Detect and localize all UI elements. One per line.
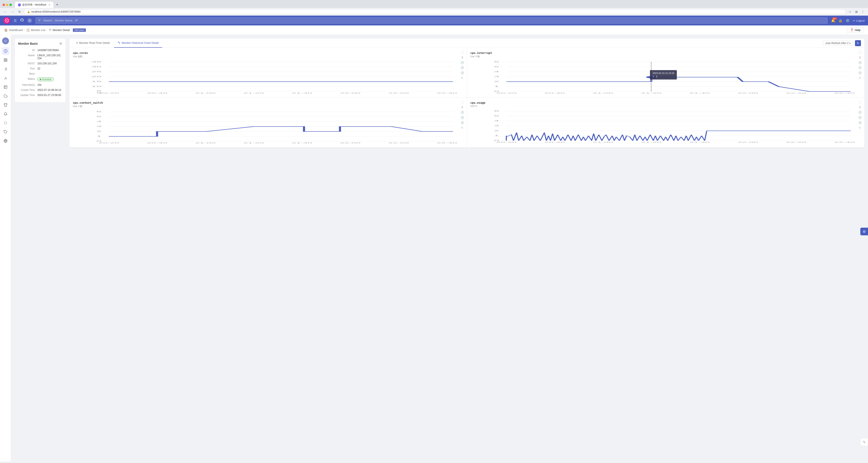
- svg-text:22:20: 22:20: [786, 92, 806, 94]
- sidebar-item-globe[interactable]: [2, 137, 9, 145]
- logout-button[interactable]: ↩ Logout: [853, 19, 865, 22]
- svg-text:3: 3: [494, 125, 499, 127]
- browser-toolbar: ← → ↻ 🔒 localhost:4200/monitors/14309971…: [0, 8, 868, 16]
- svg-text:20:20: 20:20: [496, 92, 517, 94]
- info-row-intervals: Intervals(s) 10s: [18, 83, 62, 86]
- fullscreen4-icon[interactable]: ⛶: [858, 100, 862, 104]
- svg-text:2: 2: [97, 130, 102, 132]
- cpu-interrupt-title: cpu.interrupt: [470, 51, 861, 55]
- sidebar-item-monitor[interactable]: [2, 47, 9, 55]
- settings-nav-icon[interactable]: ⚙️: [845, 19, 850, 23]
- back-button[interactable]: ←: [3, 9, 8, 14]
- nav-right: 🔔 99+ 🔒 ⚙️ ↩ Logout: [831, 19, 865, 23]
- download3-icon[interactable]: ⬇: [460, 106, 464, 109]
- sidebar-item-dashboard[interactable]: [2, 56, 9, 64]
- charts-tabs: ≡ Monitor Real-Time Detail Monitor Histo…: [69, 38, 865, 48]
- search-bar[interactable]: 🔍 Search：Monitor Name、IP: [35, 17, 828, 24]
- menu-icon[interactable]: ⋮: [860, 9, 865, 14]
- user-avatar[interactable]: U: [2, 37, 9, 44]
- status-dot: [40, 79, 41, 80]
- download4-icon[interactable]: ⬇: [858, 106, 862, 109]
- svg-text:22:20: 22:20: [388, 92, 409, 94]
- cpu-usage-svg: 6 5 4 3 2 1 0: [470, 109, 861, 143]
- refresh-button[interactable]: ↻: [17, 9, 22, 14]
- browser-tab-active[interactable]: 监控详情 - HertzBeat ✕: [15, 2, 53, 8]
- info-row-desc: Desc: [18, 72, 62, 75]
- svg-text:22:40: 22:40: [437, 92, 457, 94]
- notification-button[interactable]: 🔔 99+: [831, 19, 835, 23]
- edit-fab[interactable]: ✎: [860, 438, 868, 446]
- svg-text:20: 20: [91, 76, 102, 78]
- svg-text:1: 1: [494, 85, 499, 87]
- monitor-basic-title: Monitor Basic: [18, 42, 38, 45]
- breadcrumb: 🏠 DashBoard / 📋 Monitor List / ⏱ Monitor…: [4, 28, 86, 32]
- window-maximize-dot[interactable]: [9, 4, 12, 6]
- github-icon[interactable]: [20, 18, 24, 23]
- breadcrumb-home[interactable]: DashBoard: [9, 28, 23, 32]
- tab-realtime-label: Monitor Real-Time Detail: [79, 41, 110, 45]
- menu-toggle-icon[interactable]: ☰: [14, 19, 17, 23]
- browser-toolbar-actions: ☆ ⊞ ⋮: [847, 9, 865, 14]
- sidebar-item-layout[interactable]: [2, 83, 9, 91]
- fullscreen2-icon[interactable]: ⛶: [858, 51, 862, 54]
- charts-area: ≡ Monitor Real-Time Detail Monitor Histo…: [69, 35, 868, 462]
- svg-text:10: 10: [91, 85, 102, 87]
- intervals-value: 10s: [37, 83, 41, 86]
- gitee-icon[interactable]: G: [27, 18, 32, 23]
- svg-text:22:00: 22:00: [738, 92, 758, 94]
- fullscreen3-icon[interactable]: ⛶: [460, 100, 464, 104]
- sidebar-item-tag[interactable]: [2, 128, 9, 136]
- desc-label: Desc: [18, 72, 37, 75]
- monitor-basic-header: Monitor Basic ⚙: [18, 42, 62, 45]
- chart-cpu-usage: cpu.usage Unit % ⛶ ⬇ 🕐 🕐 🕐 ↻ 6: [467, 98, 864, 147]
- svg-text:15: 15: [91, 80, 102, 83]
- os-tag: OS Linux: [73, 28, 86, 32]
- refresh-now-button[interactable]: ↻: [855, 40, 861, 46]
- list-icon: 📋: [26, 28, 30, 32]
- sidebar-item-chart[interactable]: [2, 74, 9, 82]
- host-label: HOST: [18, 62, 37, 65]
- extensions-icon[interactable]: ⊞: [854, 9, 859, 14]
- svg-text:20:40: 20:40: [147, 92, 167, 94]
- forward-button[interactable]: →: [10, 9, 16, 14]
- svg-text:3: 3: [97, 125, 102, 127]
- svg-text:22:40: 22:40: [437, 142, 457, 144]
- sidebar-item-shirt[interactable]: [2, 101, 9, 109]
- cpu-usage-unit: Unit %: [470, 105, 861, 107]
- svg-rect-5: [6, 60, 7, 62]
- sidebar-item-bulb[interactable]: [2, 119, 9, 127]
- breadcrumb-current: Monitor Detail: [53, 28, 70, 32]
- tab-close-button[interactable]: ✕: [49, 3, 51, 6]
- svg-text:21:40: 21:40: [689, 92, 710, 94]
- update-time-value: 2023-01-27 23:58:00: [37, 94, 61, 97]
- svg-text:20:40: 20:40: [545, 141, 565, 143]
- help-button[interactable]: ❓ Help: [847, 27, 864, 33]
- address-bar[interactable]: 🔒 localhost:4200/monitors/14309971557606…: [24, 9, 846, 14]
- svg-line-20: [4, 122, 5, 122]
- bookmark-icon[interactable]: ☆: [847, 9, 852, 14]
- lock-nav-icon[interactable]: 🔒: [838, 19, 843, 23]
- breadcrumb-list[interactable]: Monitor List: [31, 28, 45, 32]
- sidebar-item-cloud[interactable]: [2, 92, 9, 100]
- window-close-dot[interactable]: [3, 4, 5, 6]
- sidebar-item-notification[interactable]: [2, 110, 9, 118]
- sidebar-item-list[interactable]: [2, 65, 9, 73]
- monitor-basic-panel: Monitor Basic ⚙ ID 143099715576064 Name …: [14, 38, 66, 103]
- info-row-name: Name LINUX_103.239.101.234: [18, 54, 62, 60]
- cpu-context-switch-chart-container: 6 5 4 3 2 1 0: [73, 110, 463, 144]
- window-minimize-dot[interactable]: [6, 4, 8, 6]
- svg-text:1: 1: [494, 135, 499, 137]
- create-time-value: 2022-07-10 08:34:14: [37, 88, 61, 91]
- status-label: Status: [18, 77, 37, 80]
- logo[interactable]: [3, 17, 10, 24]
- tab-historical[interactable]: Monitor Historical Chart Detail: [114, 38, 162, 48]
- fullscreen-icon[interactable]: ⛶: [460, 51, 464, 54]
- tab-realtime[interactable]: ≡ Monitor Real-Time Detail: [73, 39, 113, 48]
- monitor-basic-settings-icon[interactable]: ⚙: [59, 42, 62, 45]
- download-icon[interactable]: ⬇: [460, 56, 464, 59]
- svg-rect-4: [4, 60, 5, 62]
- new-tab-button[interactable]: +: [54, 3, 60, 7]
- download2-icon[interactable]: ⬇: [858, 56, 862, 59]
- settings-fab[interactable]: ⚙: [860, 228, 868, 235]
- svg-text:35: 35: [91, 61, 102, 63]
